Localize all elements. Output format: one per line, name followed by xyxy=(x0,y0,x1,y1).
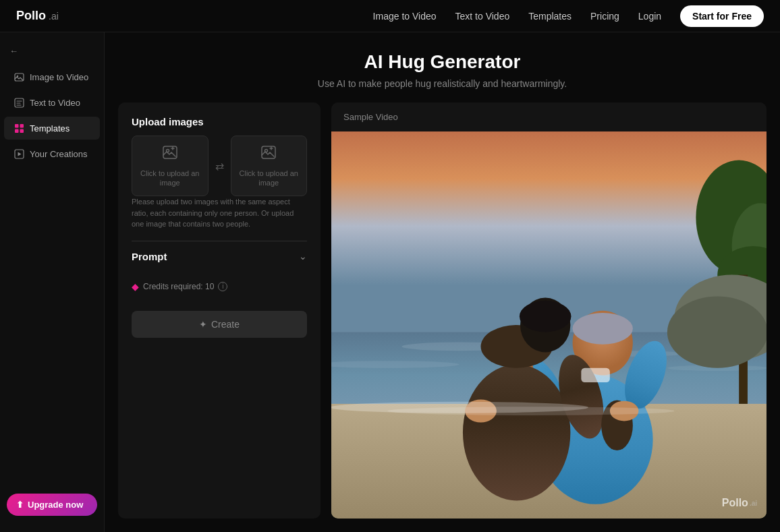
sidebar-item-label: Your Creations xyxy=(30,149,88,159)
watermark: Pollo.ai xyxy=(722,497,757,509)
svg-rect-41 xyxy=(581,368,610,382)
main-layout: ← Image to Video Text to Video xyxy=(0,32,780,532)
upload-section: Upload images Click t xyxy=(132,116,307,230)
nav-templates[interactable]: Templates xyxy=(528,11,572,22)
logo: Pollo.ai xyxy=(16,9,59,23)
prompt-label: Prompt xyxy=(132,251,167,262)
svg-marker-8 xyxy=(18,152,21,156)
svg-rect-5 xyxy=(15,129,19,133)
nav-login[interactable]: Login xyxy=(638,11,661,22)
upgrade-label: Upgrade now xyxy=(28,500,83,510)
upload-icon-1 xyxy=(162,144,178,165)
right-panel: Sample Video xyxy=(331,102,767,519)
chevron-down-icon: ⌄ xyxy=(299,251,307,262)
upgrade-icon: ⬆ xyxy=(16,500,24,510)
page-header: AI Hug Generator Use AI to make people h… xyxy=(105,32,780,102)
logo-text: Pollo xyxy=(16,9,46,23)
svg-rect-6 xyxy=(20,129,24,133)
prompt-header[interactable]: Prompt ⌄ xyxy=(132,251,307,262)
watermark-text: Pollo xyxy=(722,497,748,509)
video-container: Pollo.ai xyxy=(331,131,767,519)
nav: Image to Video Text to Video Templates P… xyxy=(373,5,764,27)
nav-image-to-video[interactable]: Image to Video xyxy=(373,11,437,22)
create-label: Create xyxy=(211,319,240,330)
play-icon xyxy=(13,148,24,159)
nav-pricing[interactable]: Pricing xyxy=(590,11,619,22)
left-panel: Upload images Click t xyxy=(118,102,321,519)
upload-box-2-text: Click to upload an image xyxy=(231,169,307,188)
svg-point-26 xyxy=(667,296,767,367)
svg-point-32 xyxy=(573,313,633,345)
swap-icon: ⇄ xyxy=(215,160,224,173)
upgrade-button[interactable]: ⬆ Upgrade now xyxy=(7,494,97,516)
sidebar-item-image-to-video[interactable]: Image to Video xyxy=(4,65,100,88)
watermark-suffix: .ai xyxy=(750,500,757,507)
upload-box-1[interactable]: Click to upload an image xyxy=(132,136,208,196)
create-button[interactable]: ✦ Create xyxy=(132,311,307,338)
grid-icon xyxy=(13,123,24,134)
svg-point-43 xyxy=(387,407,674,415)
svg-point-39 xyxy=(520,301,572,332)
sidebar-item-creations[interactable]: Your Creations xyxy=(4,142,100,165)
image-icon xyxy=(13,71,24,82)
upload-area: Click to upload an image ⇄ xyxy=(132,136,307,196)
back-button[interactable]: ← xyxy=(0,40,104,61)
sidebar-item-label: Image to Video xyxy=(30,72,88,82)
panels: Upload images Click t xyxy=(105,102,780,532)
upload-icon-2 xyxy=(260,144,277,165)
video-placeholder: Pollo.ai xyxy=(331,131,767,519)
info-icon: i xyxy=(218,282,227,291)
content-area: AI Hug Generator Use AI to make people h… xyxy=(105,32,780,532)
sidebar: ← Image to Video Text to Video xyxy=(0,32,105,532)
credits-label: Credits required: 10 xyxy=(143,282,214,291)
page-subtitle: Use AI to make people hug realistically … xyxy=(118,78,767,89)
svg-point-33 xyxy=(463,364,570,500)
svg-rect-3 xyxy=(15,124,19,128)
header: Pollo.ai Image to Video Text to Video Te… xyxy=(0,0,780,32)
upload-hint: Please upload two images with the same a… xyxy=(132,196,307,230)
sidebar-item-templates[interactable]: Templates xyxy=(4,117,100,140)
logo-ai: .ai xyxy=(49,11,59,22)
sparkle-icon: ✦ xyxy=(199,319,207,330)
nav-text-to-video[interactable]: Text to Video xyxy=(455,11,510,22)
credits-icon: ◆ xyxy=(132,281,139,292)
sidebar-item-label: Templates xyxy=(30,123,69,134)
sidebar-item-text-to-video[interactable]: Text to Video xyxy=(4,91,100,114)
credits-row: ◆ Credits required: 10 i xyxy=(132,281,307,292)
upload-box-2[interactable]: Click to upload an image xyxy=(231,136,308,196)
upload-box-1-text: Click to upload an image xyxy=(132,169,208,188)
upload-section-label: Upload images xyxy=(132,116,307,127)
sidebar-item-label: Text to Video xyxy=(30,98,80,108)
back-arrow-icon: ← xyxy=(9,46,18,56)
svg-rect-4 xyxy=(20,124,24,128)
sample-label: Sample Video xyxy=(331,102,767,131)
prompt-section: Prompt ⌄ xyxy=(132,241,307,262)
start-for-free-button[interactable]: Start for Free xyxy=(680,5,764,27)
text-icon xyxy=(13,97,24,108)
page-title: AI Hug Generator xyxy=(118,51,767,73)
